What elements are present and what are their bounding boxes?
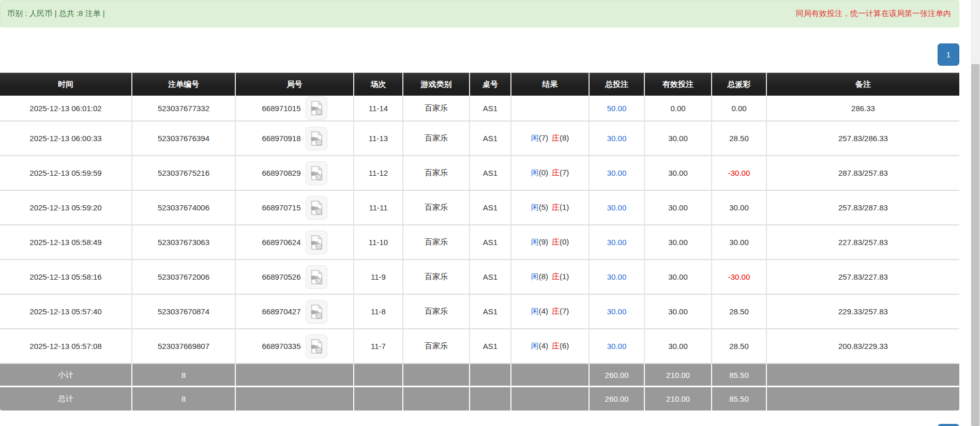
total-bet-link[interactable]: 30.00 xyxy=(590,295,645,329)
round-id: 668970918 xyxy=(262,134,300,143)
video-replay-button[interactable] xyxy=(306,127,327,150)
player-result-points: (4) xyxy=(539,341,548,350)
valid-bet: 30.00 xyxy=(645,329,712,364)
total-bet-link[interactable]: 30.00 xyxy=(590,329,645,364)
bet-id: 523037670874 xyxy=(132,295,236,329)
valid-bet: 30.00 xyxy=(645,121,712,156)
banker-result-points: (7) xyxy=(560,307,569,315)
video-replay-button[interactable] xyxy=(306,96,327,120)
total-row: 总计 8 260.00 210.00 85.50 xyxy=(0,387,959,410)
round-cell: 668970624 xyxy=(236,225,354,260)
table-row: 2025-12-13 05:58:49 523037673063 6689706… xyxy=(0,225,959,260)
session-number: 11-11 xyxy=(354,191,403,225)
round-cell: 668970829 xyxy=(236,156,354,191)
video-file-icon xyxy=(309,304,324,320)
video-replay-button[interactable] xyxy=(306,300,327,324)
remark: 200.83/229.33 xyxy=(767,329,959,364)
bet-time: 2025-12-13 05:57:08 xyxy=(0,329,132,364)
subtotal-empty-round xyxy=(236,364,354,387)
col-header-payout: 总派彩 xyxy=(712,72,767,96)
remark: 227.83/257.83 xyxy=(767,225,959,260)
table-number: AS1 xyxy=(470,329,511,364)
video-replay-button[interactable] xyxy=(306,334,327,358)
total-bet-link[interactable]: 50.00 xyxy=(590,96,645,121)
bet-id: 523037673063 xyxy=(132,225,236,260)
video-file-icon xyxy=(309,200,324,216)
result-cell: 闲(4)庄(6) xyxy=(511,329,590,364)
table-row: 2025-12-13 05:59:59 523037675216 6689708… xyxy=(0,156,959,191)
bet-time: 2025-12-13 05:59:20 xyxy=(0,191,132,225)
total-empty-result xyxy=(511,387,590,410)
banker-result-label: 庄 xyxy=(552,237,560,246)
subtotal-label: 小计 xyxy=(0,364,132,387)
bet-time: 2025-12-13 06:00:33 xyxy=(0,121,132,156)
game-type: 百家乐 xyxy=(403,225,470,260)
banker-result-points: (8) xyxy=(560,133,569,142)
notice-bar: 币别 : 人民币 | 总共 :8 注单 | 同局有效投注，统一计算在该局第一张注… xyxy=(0,0,959,27)
total-valid-bet: 210.00 xyxy=(645,387,712,410)
col-header-total-bet: 总投注 xyxy=(590,72,645,96)
total-empty-session xyxy=(354,387,403,410)
remark: 257.83/286.33 xyxy=(767,121,959,156)
vertical-scrollbar[interactable] xyxy=(971,0,980,426)
video-replay-button[interactable] xyxy=(306,196,327,220)
round-cell: 668970715 xyxy=(236,191,354,225)
col-header-round: 局号 xyxy=(236,72,354,96)
result-cell: 闲(9)庄(0) xyxy=(511,225,590,260)
round-id: 668970427 xyxy=(262,307,300,316)
banker-result-points: (6) xyxy=(560,341,569,350)
currency-summary-text: 币别 : 人民币 | 总共 :8 注单 | xyxy=(7,9,105,19)
player-result-label: 闲 xyxy=(531,237,539,246)
valid-bet: 30.00 xyxy=(645,156,712,191)
bet-id: 523037674006 xyxy=(132,191,236,225)
total-empty-game xyxy=(403,387,470,410)
subtotal-empty-session xyxy=(354,364,403,387)
total-count: 8 xyxy=(132,387,236,410)
video-replay-button[interactable] xyxy=(306,231,327,254)
player-result-label: 闲 xyxy=(531,307,539,315)
bet-time: 2025-12-13 06:01:02 xyxy=(0,96,132,121)
total-bet-link[interactable]: 30.00 xyxy=(590,191,645,225)
total-bet-link[interactable]: 30.00 xyxy=(590,260,645,295)
round-id: 668971015 xyxy=(262,104,300,113)
pagination-top: 1 xyxy=(0,43,959,66)
subtotal-payout: 85.50 xyxy=(712,364,767,387)
round-cell: 668971015 xyxy=(236,96,354,121)
total-bet-link[interactable]: 30.00 xyxy=(590,156,645,191)
notice-message: 同局有效投注，统一计算在该局第一张注单内 xyxy=(796,9,951,19)
subtotal-empty-result xyxy=(511,364,590,387)
bet-time: 2025-12-13 05:58:16 xyxy=(0,260,132,295)
session-number: 11-12 xyxy=(354,156,403,191)
game-type: 百家乐 xyxy=(403,96,470,121)
banker-result-points: (1) xyxy=(560,203,569,211)
player-result-points: (7) xyxy=(539,133,548,142)
subtotal-valid-bet: 210.00 xyxy=(645,364,712,387)
total-empty-table xyxy=(470,387,511,410)
player-result-label: 闲 xyxy=(531,272,539,281)
banker-result-label: 庄 xyxy=(552,341,560,350)
bet-id: 523037675216 xyxy=(132,156,236,191)
payout-cell: 0.00 xyxy=(712,96,767,121)
game-type: 百家乐 xyxy=(403,121,470,156)
remark: 287.83/257.83 xyxy=(767,156,959,191)
session-number: 11-9 xyxy=(354,260,403,295)
table-number: AS1 xyxy=(470,225,511,260)
col-header-table-no: 桌号 xyxy=(470,72,511,96)
total-bet-link[interactable]: 30.00 xyxy=(590,121,645,156)
payout-cell: -30.00 xyxy=(712,260,767,295)
banker-result-points: (1) xyxy=(560,272,569,281)
pagination-page-button-top[interactable]: 1 xyxy=(938,43,959,66)
video-replay-button[interactable] xyxy=(306,161,327,185)
game-type: 百家乐 xyxy=(403,191,470,225)
table-header-row: 时间 注单编号 局号 场次 游戏类别 桌号 结果 总投注 有效投注 总派彩 备注 xyxy=(0,72,959,96)
banker-result-points: (7) xyxy=(560,168,569,177)
banker-result-label: 庄 xyxy=(552,203,560,211)
result-cell: 闲(5)庄(1) xyxy=(511,191,590,225)
scrollbar-thumb[interactable] xyxy=(971,64,979,426)
pagination-page-button-bottom[interactable]: 1 xyxy=(938,424,959,426)
table-row: 2025-12-13 05:59:20 523037674006 6689707… xyxy=(0,191,959,225)
video-replay-button[interactable] xyxy=(306,265,327,289)
video-file-icon xyxy=(309,131,324,146)
video-file-icon xyxy=(309,269,324,285)
total-bet-link[interactable]: 30.00 xyxy=(590,225,645,260)
